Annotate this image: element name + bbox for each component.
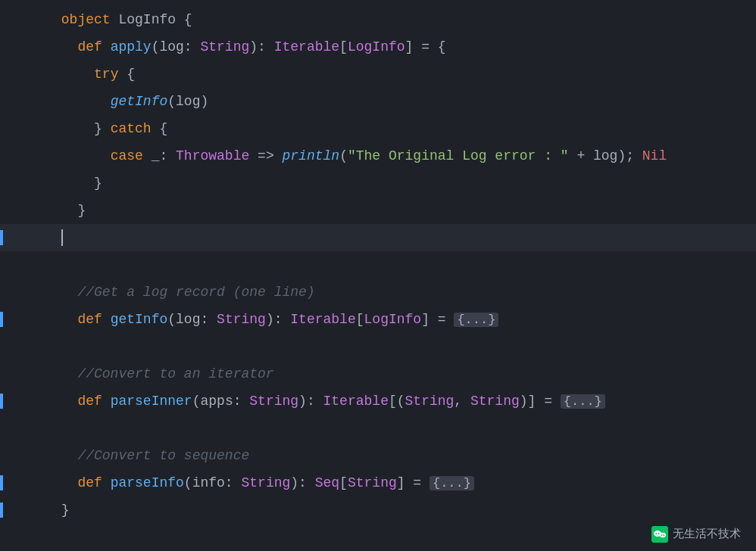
code-line-19: } <box>0 497 756 524</box>
code-line-15: def parseInner(apps: String): Iterable[(… <box>0 388 756 415</box>
svg-point-3 <box>656 533 658 534</box>
code-line-9 <box>0 224 756 251</box>
watermark: 无生活不技术 <box>651 525 741 542</box>
watermark-text: 无生活不技术 <box>673 527 741 541</box>
svg-point-4 <box>658 533 660 534</box>
text-cursor <box>61 229 63 246</box>
code-line-20 <box>0 524 756 551</box>
svg-point-2 <box>660 533 666 537</box>
svg-point-5 <box>661 534 663 536</box>
code-editor: object LogInfo { def apply(log: String):… <box>0 0 756 551</box>
wechat-icon <box>651 526 668 543</box>
code-line-12: def getInfo(log: String): Iterable[LogIn… <box>0 306 756 333</box>
svg-point-6 <box>663 534 664 536</box>
